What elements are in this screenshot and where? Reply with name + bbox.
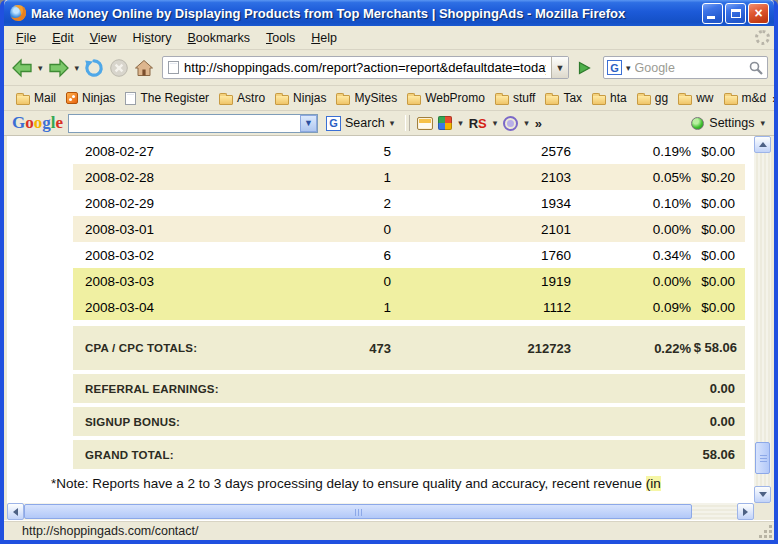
bookmark-item[interactable]: Astro xyxy=(215,89,269,107)
google-search-button[interactable]: G Search ▾ xyxy=(323,115,398,132)
bookmark-item[interactable]: The Register xyxy=(121,89,213,107)
revenue-cell: $0.00 xyxy=(691,248,745,263)
horizontal-scrollbar-thumb[interactable] xyxy=(24,504,692,519)
resize-grip-icon[interactable] xyxy=(759,525,772,538)
revenue-cell: $0.00 xyxy=(691,222,745,237)
menu-tools[interactable]: Tools xyxy=(258,28,303,48)
bookmark-item[interactable]: Ninjas xyxy=(271,89,330,107)
stop-button[interactable] xyxy=(108,57,130,79)
menu-edit[interactable]: Edit xyxy=(44,28,82,48)
url-dropdown[interactable]: ▼ xyxy=(551,57,568,78)
ctr-cell: 0.00% xyxy=(571,274,691,289)
bookmark-items: MailNinjasThe RegisterAstroNinjasMySites… xyxy=(12,89,770,107)
settings-dropdown[interactable]: ▾ xyxy=(759,118,766,128)
maximize-button[interactable] xyxy=(725,3,746,24)
ctr-cell: 0.00% xyxy=(571,222,691,237)
date-cell: 2008-02-27 xyxy=(73,144,323,159)
close-button[interactable]: × xyxy=(748,3,769,24)
search-input[interactable] xyxy=(635,61,745,75)
menu-view[interactable]: View xyxy=(82,28,125,48)
combo-dropdown-icon[interactable]: ▼ xyxy=(300,115,317,132)
google-search-label: Search xyxy=(345,116,385,130)
summary-label: GRAND TOTAL: xyxy=(73,449,174,461)
minimize-button[interactable] xyxy=(702,3,723,24)
gtoolbar-overflow-chevron[interactable]: » xyxy=(535,116,544,131)
bookmark-label: MySites xyxy=(354,91,397,105)
search-engine-dropdown[interactable]: ▾ xyxy=(625,63,632,73)
link-icon[interactable] xyxy=(503,116,518,131)
bookmark-item[interactable]: Mail xyxy=(12,89,60,107)
clicks-cell: 1 xyxy=(323,170,391,185)
bookmark-item[interactable]: ww xyxy=(674,89,717,107)
url-field[interactable]: http://shoppingads.com/report?action=rep… xyxy=(162,56,569,79)
bookmark-item[interactable]: hta xyxy=(588,89,631,107)
impressions-cell: 1934 xyxy=(391,196,571,211)
reload-button[interactable] xyxy=(83,57,105,79)
ctr-cell: 0.10% xyxy=(571,196,691,211)
folder-icon xyxy=(724,95,738,105)
search-engine-icon[interactable]: G xyxy=(607,60,622,75)
rs-button[interactable]: RS xyxy=(469,116,487,131)
bookmark-item[interactable]: WebPromo xyxy=(403,89,489,107)
scroll-right-button[interactable] xyxy=(737,503,754,520)
settings-button[interactable]: Settings xyxy=(709,116,754,130)
forward-button[interactable] xyxy=(47,56,71,80)
bookmark-item[interactable]: gg xyxy=(633,89,672,107)
toolbar-grip[interactable] xyxy=(405,115,410,131)
folder-icon xyxy=(545,95,559,105)
go-button[interactable] xyxy=(572,56,596,80)
card-icon[interactable] xyxy=(417,117,433,130)
bookmarks-overflow-chevron[interactable]: » xyxy=(772,91,778,106)
clicks-cell: 0 xyxy=(323,222,391,237)
menu-file[interactable]: File xyxy=(8,28,44,48)
date-cell: 2008-03-04 xyxy=(73,300,323,315)
bookmark-item[interactable]: stuff xyxy=(491,89,539,107)
link-dropdown[interactable]: ▾ xyxy=(523,118,530,128)
bookmark-item[interactable]: Tax xyxy=(541,89,586,107)
back-icon xyxy=(11,57,33,79)
revenue-cell: $0.00 xyxy=(691,300,745,315)
vertical-scrollbar[interactable] xyxy=(754,136,771,503)
bookmark-item[interactable]: m&d xyxy=(720,89,771,107)
multicolor-dropdown[interactable]: ▾ xyxy=(457,118,464,128)
scroll-left-button[interactable] xyxy=(7,503,24,520)
title-bar: Make Money Online by Displaying Products… xyxy=(4,0,774,26)
cpa-ctr: 0.22% xyxy=(571,341,691,356)
note-highlight: (in xyxy=(646,476,661,491)
impressions-cell: 2576 xyxy=(391,144,571,159)
reload-icon xyxy=(84,58,104,78)
search-bar[interactable]: G ▾ xyxy=(603,56,768,79)
bookmark-item[interactable]: MySites xyxy=(332,89,401,107)
multicolor-icon[interactable] xyxy=(438,116,452,130)
home-icon xyxy=(134,58,154,78)
bookmark-item[interactable]: Ninjas xyxy=(62,89,119,107)
scroll-down-button[interactable] xyxy=(754,486,771,503)
horizontal-scrollbar[interactable] xyxy=(7,503,754,520)
clicks-cell: 5 xyxy=(323,144,391,159)
impressions-cell: 2103 xyxy=(391,170,571,185)
vertical-scrollbar-thumb[interactable] xyxy=(755,442,770,474)
rss-icon xyxy=(66,92,78,104)
google-search-dropdown[interactable]: ▾ xyxy=(389,118,396,128)
date-cell: 2008-03-03 xyxy=(73,274,323,289)
search-icon[interactable] xyxy=(748,60,764,76)
menu-history[interactable]: History xyxy=(125,28,180,48)
bookmark-label: Ninjas xyxy=(293,91,326,105)
bookmark-label: ww xyxy=(696,91,713,105)
home-button[interactable] xyxy=(133,57,155,79)
bookmark-label: gg xyxy=(655,91,668,105)
google-search-combo[interactable]: ▼ xyxy=(68,114,318,133)
rs-dropdown[interactable]: ▾ xyxy=(492,118,499,128)
folder-icon xyxy=(407,95,421,105)
menu-help[interactable]: Help xyxy=(303,28,345,48)
url-text[interactable]: http://shoppingads.com/report?action=rep… xyxy=(184,60,546,75)
date-cell: 2008-02-28 xyxy=(73,170,323,185)
bookmark-label: WebPromo xyxy=(425,91,485,105)
back-button[interactable] xyxy=(10,56,34,80)
summary-value: 0.00 xyxy=(710,414,745,429)
menu-bookmarks[interactable]: Bookmarks xyxy=(180,28,259,48)
back-dropdown[interactable]: ▾ xyxy=(37,63,44,73)
scroll-up-button[interactable] xyxy=(754,136,771,153)
forward-dropdown[interactable]: ▾ xyxy=(74,63,81,73)
note-prefix: *Note: Reports have a 2 to 3 days proces… xyxy=(51,476,646,491)
